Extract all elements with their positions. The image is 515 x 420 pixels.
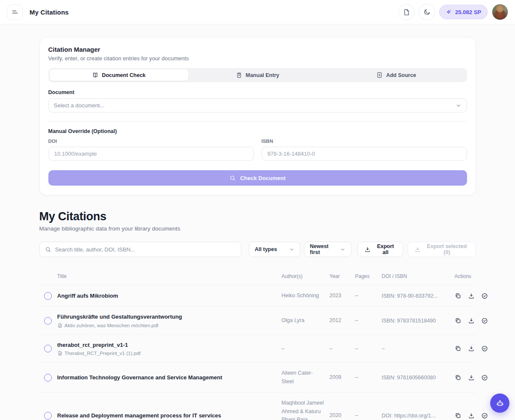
verify-citation-icon[interactable]: [481, 345, 488, 352]
citation-title-cell: Release and Deployment management proces…: [57, 412, 277, 420]
citation-authors: Heiko Schöning: [282, 292, 324, 300]
verify-citation-icon[interactable]: [481, 412, 488, 419]
citations-rows: Angriff aufs Mikrobiom Heiko Schöning 20…: [39, 285, 476, 420]
citation-pages: –: [355, 316, 377, 325]
citation-actions: [455, 293, 488, 299]
check-document-button[interactable]: Check Document: [48, 170, 467, 186]
isbn-input[interactable]: [262, 147, 467, 161]
copy-citation-icon[interactable]: [455, 293, 461, 299]
clipboard-icon: [236, 72, 242, 78]
user-avatar[interactable]: [492, 4, 508, 20]
download-icon: [414, 246, 421, 253]
manual-override-fields: DOI ISBN: [48, 139, 467, 161]
col-header-doi-isbn: DOI / ISBN: [382, 273, 450, 279]
copy-citation-icon[interactable]: [455, 412, 461, 419]
citation-file: Aktiv zuhören, was Menschen möchten.pdf: [57, 323, 277, 328]
citation-title: Information Technology Governance and Se…: [57, 374, 277, 382]
citation-title-cell: Information Technology Governance and Se…: [57, 374, 277, 382]
citation-pages: –: [355, 345, 377, 353]
document-icon: [403, 9, 410, 16]
verify-citation-icon[interactable]: [481, 374, 488, 381]
citation-year: 2020: [330, 411, 350, 420]
citation-title-cell: Führungskräfte und Gestaltungsverantwort…: [57, 313, 277, 328]
col-header-year: Year: [330, 273, 350, 279]
topbar: My Citations 25.082 SP: [0, 0, 515, 24]
assistant-fab-button[interactable]: [490, 393, 509, 413]
citation-id: ISBN: 9783781518490: [382, 318, 450, 324]
file-plus-icon: [376, 72, 383, 78]
export-all-label: Export all: [375, 243, 397, 255]
type-filter-value: All types: [255, 246, 277, 252]
chevron-down-icon: [455, 103, 461, 109]
chevron-down-icon: [340, 247, 345, 252]
row-select-checkbox[interactable]: [44, 292, 52, 300]
tab-manual-entry[interactable]: Manual Entry: [188, 69, 327, 81]
sort-filter-select[interactable]: Newest first: [304, 242, 351, 257]
verify-citation-icon[interactable]: [481, 317, 488, 324]
card-divider: [48, 121, 467, 121]
citation-id: –: [382, 346, 450, 352]
copy-citation-icon[interactable]: [455, 317, 461, 324]
robot-icon: [496, 399, 504, 408]
export-selected-label: Export selected (0): [425, 243, 469, 255]
citation-authors: Aileen Cater-Steel: [282, 369, 324, 386]
sort-filter-value: Newest first: [310, 243, 329, 255]
citations-table: Title Author(s) Year Pages DOI / ISBN Ac…: [39, 267, 476, 420]
document-field-label: Document: [48, 89, 467, 95]
citation-manager-title: Citation Manager: [48, 46, 467, 53]
citation-year: 2023: [330, 292, 350, 300]
citation-actions: [455, 317, 488, 324]
open-book-icon: [92, 72, 98, 78]
citation-authors: Olga Lyra: [282, 316, 324, 325]
documents-button[interactable]: [398, 4, 414, 20]
type-filter-select[interactable]: All types: [249, 242, 301, 257]
col-header-authors: Author(s): [282, 273, 324, 279]
moon-icon: [423, 9, 431, 16]
tab-label: Add Source: [386, 72, 416, 78]
document-select[interactable]: Select a document...: [48, 98, 467, 112]
export-all-button[interactable]: Export all: [357, 242, 404, 257]
download-icon: [364, 246, 371, 253]
row-select-checkbox[interactable]: [44, 317, 52, 325]
sp-points-badge[interactable]: 25.082 SP: [439, 5, 488, 19]
download-citation-icon[interactable]: [468, 293, 475, 299]
citation-pages: –: [355, 411, 377, 420]
download-citation-icon[interactable]: [468, 412, 475, 419]
citation-title: Führungskräfte und Gestaltungsverantwort…: [57, 313, 277, 321]
tab-document-check[interactable]: Document Check: [50, 69, 188, 81]
search-icon: [45, 246, 51, 253]
citations-heading: My Citations: [39, 210, 476, 223]
download-citation-icon[interactable]: [468, 374, 475, 381]
dark-mode-toggle[interactable]: [419, 4, 435, 20]
citation-title: therabot_rct_preprint_v1-1: [57, 341, 277, 349]
row-select-checkbox[interactable]: [44, 412, 52, 420]
citation-row: therabot_rct_preprint_v1-1 Therabot_RCT_…: [39, 335, 476, 363]
download-citation-icon[interactable]: [468, 345, 475, 352]
doi-input[interactable]: [48, 147, 254, 161]
row-select-checkbox[interactable]: [44, 345, 52, 352]
col-header-pages: Pages: [355, 273, 377, 279]
citation-row: Release and Deployment management proces…: [39, 393, 476, 420]
verify-citation-icon[interactable]: [481, 293, 488, 299]
tab-label: Document Check: [102, 72, 146, 78]
main-content: Citation Manager Verify, enter, or creat…: [39, 37, 476, 420]
file-icon: [57, 351, 63, 356]
search-input[interactable]: [55, 246, 236, 253]
citation-title: Release and Deployment management proces…: [57, 412, 277, 420]
citation-file-name: Therabot_RCT_Preprint_v1 (1).pdf: [65, 351, 141, 356]
sidebar-toggle-button[interactable]: [7, 4, 23, 20]
row-select-checkbox[interactable]: [44, 374, 52, 382]
citation-row: Information Technology Governance and Se…: [39, 363, 476, 393]
doi-field-group: DOI: [48, 139, 254, 161]
copy-citation-icon[interactable]: [455, 345, 461, 352]
tab-add-source[interactable]: Add Source: [327, 69, 466, 81]
copy-citation-icon[interactable]: [455, 374, 461, 381]
chevron-down-icon: [289, 247, 295, 252]
citation-id: DOI: https://doi.org/1...: [382, 413, 450, 419]
page-title: My Citations: [30, 9, 69, 16]
export-selected-button[interactable]: Export selected (0): [408, 242, 476, 257]
file-icon: [57, 323, 63, 328]
isbn-label: ISBN: [262, 139, 467, 144]
download-citation-icon[interactable]: [468, 317, 475, 324]
citation-actions: [455, 374, 488, 381]
